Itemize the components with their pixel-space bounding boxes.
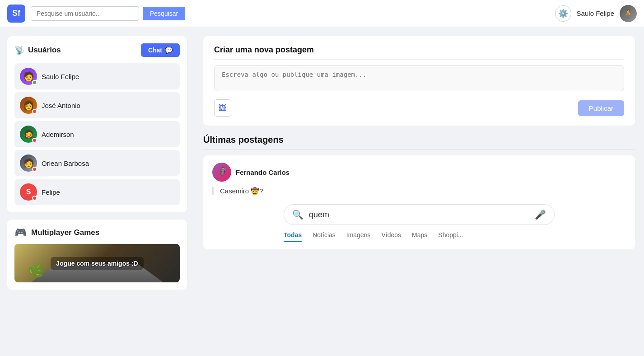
image-upload-icon: 🖼 — [219, 103, 227, 113]
logo: Sf — [7, 5, 25, 23]
game-banner-text: Jogue com seus amigos :D — [51, 257, 143, 270]
avatar-wrap: 🧑 — [20, 155, 37, 172]
list-item[interactable]: 👩 José Antonio — [14, 92, 180, 118]
users-title: 📡 Usuários — [14, 45, 61, 55]
post-actions: 🖼 Publicar — [214, 99, 624, 117]
search-embed: 🔍 🎤 Todas Notícias Imagens Vídeos Maps S… — [212, 204, 626, 242]
users-header: 📡 Usuários Chat 💬 — [14, 43, 180, 57]
image-upload-button[interactable]: 🖼 — [214, 99, 231, 117]
banner-overlay: Jogue com seus amigos :D — [14, 244, 180, 282]
search-button[interactable]: Pesquisar — [143, 7, 185, 20]
status-dot — [32, 196, 37, 201]
settings-icon[interactable]: ⚙️ — [555, 5, 571, 22]
status-dot — [32, 138, 37, 143]
tab-images[interactable]: Imagens — [346, 231, 371, 242]
tab-shopping[interactable]: Shoppi... — [438, 231, 463, 242]
post-content: Casemiro 🤠? — [212, 187, 626, 195]
multiplayer-card: 🎮 Multiplayer Games 🌿 Jogue com seus ami… — [7, 220, 187, 290]
avatar-wrap: S — [20, 183, 37, 201]
list-item[interactable]: 🧑 Saulo Felipe — [14, 63, 180, 89]
avatar: 🧍 — [620, 5, 637, 22]
user-name: Felipe — [42, 188, 60, 196]
avatar-wrap: 🧑 — [20, 68, 37, 85]
chat-button[interactable]: Chat 💬 — [141, 43, 180, 57]
new-post-title: Criar uma nova postagem — [214, 45, 624, 60]
post-author: 🦸 Fernando Carlos — [212, 163, 626, 182]
avatar-wrap: 👩 — [20, 97, 37, 114]
search-icon: 🔍 — [292, 209, 303, 220]
search-bar[interactable]: 🔍 🎤 — [284, 204, 555, 225]
users-card: 📡 Usuários Chat 💬 🧑 Sa — [7, 36, 187, 212]
search-input[interactable] — [31, 6, 139, 21]
user-name: Ademirson — [42, 131, 74, 138]
post-input[interactable] — [214, 65, 624, 91]
tab-news[interactable]: Notícias — [313, 231, 336, 242]
tab-videos[interactable]: Vídeos — [381, 231, 401, 242]
list-item[interactable]: 🧑 Orlean Barbosa — [14, 150, 180, 176]
list-item[interactable]: S Felipe — [14, 179, 180, 205]
nav-username: Saulo Felipe — [577, 9, 614, 17]
topnav: Sf Pesquisar ⚙️ Saulo Felipe 🧍 — [0, 0, 644, 27]
search-area: Pesquisar — [31, 6, 555, 21]
list-item[interactable]: 🧔 Ademirson — [14, 121, 180, 147]
user-name: Saulo Felipe — [42, 73, 79, 80]
post-author-avatar: 🦸 — [212, 163, 231, 182]
tab-maps[interactable]: Maps — [412, 231, 427, 242]
main-layout: 📡 Usuários Chat 💬 🧑 Sa — [0, 27, 644, 356]
post-item: 🦸 Fernando Carlos Casemiro 🤠? 🔍 🎤 Tod — [203, 155, 635, 249]
tab-all[interactable]: Todas — [284, 231, 302, 242]
sidebar: 📡 Usuários Chat 💬 🧑 Sa — [0, 27, 194, 356]
publish-button[interactable]: Publicar — [578, 100, 624, 116]
game-banner[interactable]: 🌿 Jogue com seus amigos :D — [14, 244, 180, 282]
user-name: José Antonio — [42, 102, 80, 109]
search-tabs: Todas Notícias Imagens Vídeos Maps Shopp… — [284, 231, 555, 242]
latest-posts-section: Últimas postagens 🦸 Fernando Carlos Case… — [203, 135, 635, 249]
nav-right: ⚙️ Saulo Felipe 🧍 — [555, 5, 637, 22]
main-content: Criar uma nova postagem 🖼 Publicar Últim… — [194, 27, 644, 356]
new-post-card: Criar uma nova postagem 🖼 Publicar — [203, 36, 635, 126]
status-dot — [32, 80, 37, 85]
microphone-icon: 🎤 — [535, 209, 546, 220]
latest-posts-title: Últimas postagens — [203, 135, 635, 150]
chat-icon: 💬 — [165, 47, 173, 54]
game-icon: 🎮 — [14, 227, 27, 239]
search-embed-input[interactable] — [309, 210, 529, 220]
multiplayer-header: 🎮 Multiplayer Games — [14, 227, 180, 239]
broadcast-icon: 📡 — [14, 45, 24, 55]
user-name: Orlean Barbosa — [42, 159, 89, 167]
avatar-wrap: 🧔 — [20, 126, 37, 143]
status-dot — [32, 109, 37, 114]
user-list: 🧑 Saulo Felipe 👩 José Antonio — [14, 63, 180, 205]
status-dot — [32, 167, 37, 172]
post-author-name: Fernando Carlos — [236, 169, 289, 176]
